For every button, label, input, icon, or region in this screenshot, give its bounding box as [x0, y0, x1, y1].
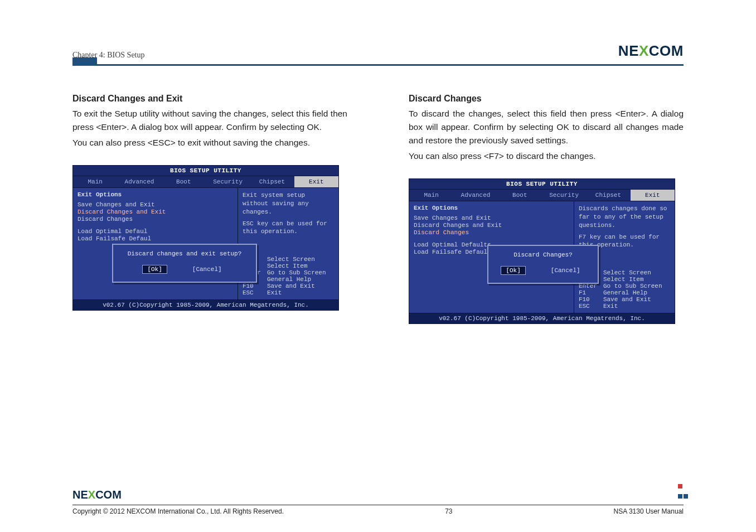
- nav-desc: Save and Exit: [603, 296, 651, 303]
- bios-item-discard-exit[interactable]: Discard Changes and Exit: [77, 209, 233, 215]
- bios-title: BIOS SETUP UTILITY: [409, 179, 675, 190]
- bios-section-label: Exit Options: [414, 205, 569, 211]
- bios-item-discard[interactable]: Discard Changes: [77, 216, 233, 223]
- bios-tab-advanced[interactable]: Advanced: [453, 190, 497, 201]
- logo-right: COM: [649, 42, 684, 59]
- dialog-question: Discard Changes?: [493, 252, 593, 258]
- bios-item-load-optimal[interactable]: Load Optimal Defaul: [77, 228, 233, 235]
- nav-key: F10: [579, 296, 598, 303]
- nav-key: F10: [243, 283, 261, 289]
- bios-item-discard-exit[interactable]: Discard Changes and Exit: [414, 222, 569, 229]
- bios-footer: v02.67 (C)Copyright 1985-2009, American …: [73, 299, 338, 310]
- bios-tab-boot[interactable]: Boot: [162, 176, 206, 187]
- dialog-cancel-button[interactable]: [Cancel]: [546, 266, 585, 275]
- bios-item-discard[interactable]: Discard Changes: [414, 229, 569, 236]
- dialog-cancel-button[interactable]: [Cancel]: [187, 265, 227, 274]
- logo-x: X: [639, 42, 649, 59]
- bios-help-1: Exit system setup without saving any cha…: [243, 191, 334, 216]
- left-para-2: You can also press <ESC> to exit without…: [72, 136, 347, 149]
- bios-footer: v02.67 (C)Copyright 1985-2009, American …: [409, 313, 675, 323]
- bios-tab-chipset[interactable]: Chipset: [250, 176, 294, 187]
- footer-page-number: 73: [445, 507, 452, 515]
- bios-tab-security[interactable]: Security: [206, 176, 250, 187]
- footer-logo: NEXCOM: [72, 489, 684, 501]
- page-footer: NEXCOM Copyright © 2012 NEXCOM Internati…: [72, 489, 684, 515]
- nav-desc: Save and Exit: [267, 283, 315, 289]
- logo-left: NE: [618, 42, 639, 59]
- bios-dialog: Discard Changes? [Ok] [Cancel]: [487, 245, 599, 284]
- bios-screenshot-left: BIOS SETUP UTILITY Main Advanced Boot Se…: [72, 165, 339, 311]
- bios-item-load-failsafe[interactable]: Load Failsafe Defaul: [77, 235, 233, 242]
- left-para-1: To exit the Setup utility without saving…: [72, 107, 347, 134]
- bios-help-1: Discards changes done so far to any of t…: [579, 205, 670, 230]
- dialog-ok-button[interactable]: [Ok]: [501, 266, 525, 275]
- nav-desc: Go to Sub Screen: [267, 269, 326, 276]
- nav-key: ESC: [243, 289, 261, 296]
- right-para-2: You can also press <F7> to discard the c…: [409, 149, 684, 163]
- footer-rule: [72, 505, 684, 505]
- logo-right: COM: [95, 489, 122, 501]
- footer-decoration: [677, 481, 688, 501]
- bios-tab-boot[interactable]: Boot: [498, 190, 542, 201]
- logo-x: X: [88, 489, 95, 501]
- bios-tab-main[interactable]: Main: [409, 190, 453, 201]
- dialog-question: Discard changes and exit setup?: [118, 250, 251, 257]
- bios-tab-chipset[interactable]: Chipset: [586, 190, 630, 201]
- logo-left: NE: [72, 489, 88, 501]
- bios-section-label: Exit Options: [77, 191, 233, 198]
- nav-desc: Select Item: [603, 276, 644, 283]
- bios-tab-security[interactable]: Security: [542, 190, 586, 201]
- nav-desc: Exit: [267, 289, 282, 296]
- bios-tab-main[interactable]: Main: [73, 176, 117, 187]
- nav-desc: Select Item: [267, 263, 308, 269]
- bios-tabs: Main Advanced Boot Security Chipset Exit: [73, 176, 338, 187]
- bios-help-2: ESC key can be used for this operation.: [243, 220, 334, 236]
- bios-dialog: Discard changes and exit setup? [Ok] [Ca…: [112, 244, 257, 283]
- brand-logo: NEXCOM: [618, 42, 684, 60]
- header-rule: [72, 64, 684, 66]
- nav-desc: General Help: [267, 276, 311, 283]
- nav-desc: Select Screen: [603, 269, 651, 276]
- nav-key: ESC: [579, 303, 598, 309]
- nav-desc: Go to Sub Screen: [603, 283, 662, 289]
- nav-desc: General Help: [603, 289, 647, 296]
- nav-key: F1: [579, 289, 598, 296]
- nav-desc: Exit: [603, 303, 618, 309]
- right-para-1: To discard the changes, select this fiel…: [409, 107, 684, 147]
- section-heading-right: Discard Changes: [409, 94, 684, 104]
- bios-tab-advanced[interactable]: Advanced: [117, 176, 161, 187]
- bios-tabs: Main Advanced Boot Security Chipset Exit: [409, 190, 675, 201]
- bios-tab-exit[interactable]: Exit: [631, 190, 675, 201]
- footer-copyright: Copyright © 2012 NEXCOM International Co…: [72, 507, 284, 515]
- section-heading-left: Discard Changes and Exit: [72, 94, 347, 104]
- bios-title: BIOS SETUP UTILITY: [73, 166, 338, 176]
- nav-key: Enter: [579, 283, 598, 289]
- dialog-ok-button[interactable]: [Ok]: [142, 265, 167, 274]
- footer-manual-name: NSA 3130 User Manual: [614, 507, 684, 515]
- bios-screenshot-right: BIOS SETUP UTILITY Main Advanced Boot Se…: [409, 178, 675, 324]
- bios-item-save-exit[interactable]: Save Changes and Exit: [414, 215, 569, 221]
- bios-tab-exit[interactable]: Exit: [294, 176, 338, 187]
- bios-item-save-exit[interactable]: Save Changes and Exit: [77, 201, 233, 208]
- nav-desc: Select Screen: [267, 256, 315, 263]
